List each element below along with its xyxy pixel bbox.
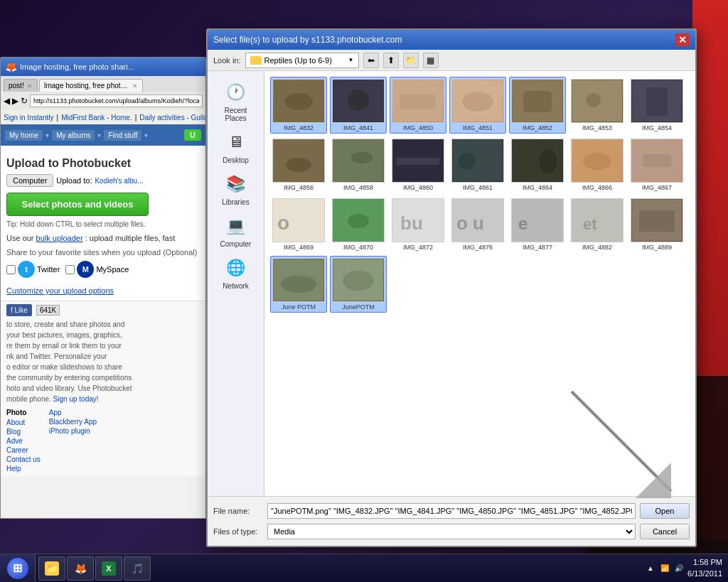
bookmark-guild[interactable]: Daily activities - Guild_ bbox=[139, 114, 205, 122]
dialog-titlebar: Select file(s) to upload by s1133.photob… bbox=[208, 30, 695, 50]
thumb-img_4870[interactable]: IMG_4870 bbox=[330, 196, 387, 253]
myspace-social: M MySpace bbox=[65, 261, 129, 278]
thumb-img_4889[interactable]: IMG_4889 bbox=[628, 196, 685, 253]
bookmark-midfirst[interactable]: MidFirst Bank - Home. bbox=[61, 114, 132, 122]
browser-window: 🦊 Image hosting, free photo shari... pos… bbox=[0, 57, 206, 519]
thumb-img_4869[interactable]: o IMG_4869 bbox=[270, 196, 327, 253]
nav-myalbums[interactable]: My albums bbox=[52, 130, 95, 141]
bookmark-signin[interactable]: Sign in Instantly bbox=[4, 114, 54, 122]
bulk-uploader-link[interactable]: bulk uploader bbox=[36, 234, 83, 242]
thumb-img_4851-preview bbox=[451, 79, 504, 123]
footer-adve[interactable]: Adve bbox=[6, 437, 41, 445]
toolbar-up-btn[interactable]: ⬆ bbox=[383, 53, 399, 68]
thumb-img_4854-label: IMG_4854 bbox=[642, 124, 672, 131]
footer-about[interactable]: About bbox=[6, 419, 41, 426]
current-folder: Reptiles (Up to 6-9) bbox=[264, 56, 332, 65]
misc-icon: 🎵 bbox=[130, 561, 144, 576]
thumb-img_4876[interactable]: o u IMG_4876 bbox=[449, 196, 506, 253]
thumb-img_4851-label: IMG_4851 bbox=[463, 124, 493, 131]
footer-contact[interactable]: Contact us bbox=[6, 456, 41, 463]
browser-tab-1[interactable]: post! ✕ bbox=[4, 79, 38, 92]
left-nav-computer[interactable]: 💻 Computer bbox=[210, 210, 262, 251]
svg-point-11 bbox=[587, 93, 601, 107]
thumb-img_4832[interactable]: IMG_4832 bbox=[270, 77, 327, 134]
dialog-toolbar: Look in: Reptiles (Up to 6-9) ▼ ⬅ ⬆ 📁 ▦ bbox=[208, 50, 695, 71]
thumb-img_4860[interactable]: IMG_4860 bbox=[390, 136, 446, 193]
toolbar-new-folder-btn[interactable]: 📁 bbox=[403, 53, 419, 68]
signup-link[interactable]: Sign up today! bbox=[53, 395, 99, 403]
forward-btn[interactable]: ▶ bbox=[12, 96, 18, 106]
customize-link[interactable]: Customize your upload options bbox=[6, 286, 200, 295]
nav-myhome[interactable]: My home bbox=[5, 130, 43, 141]
footer-career[interactable]: Career bbox=[6, 446, 41, 454]
dialog-content[interactable]: IMG_4832 IMG_4841 IMG_4850 bbox=[264, 71, 695, 496]
thumb-img_4882-preview: et bbox=[571, 198, 623, 242]
thumb-img_4841[interactable]: IMG_4841 bbox=[330, 77, 387, 134]
select-photos-btn[interactable]: Select photos and videos bbox=[6, 193, 149, 216]
thumb-row-1: IMG_4832 IMG_4841 IMG_4850 bbox=[270, 77, 690, 134]
thumb-img_4861-label: IMG_4861 bbox=[463, 184, 493, 191]
thumb-img_4872[interactable]: bu IMG_4872 bbox=[390, 196, 446, 253]
thumb-junepotm1[interactable]: June POTM bbox=[270, 256, 327, 313]
thumb-img_4877[interactable]: e IMG_4877 bbox=[509, 196, 566, 253]
taskbar-app-excel[interactable]: X bbox=[95, 556, 122, 581]
browser-tab-bar[interactable]: post! ✕ Image hosting, free photo shari.… bbox=[1, 76, 205, 92]
thumb-img_4850-label: IMG_4850 bbox=[403, 124, 433, 131]
thumb-img_4858[interactable]: IMG_4858 bbox=[330, 136, 387, 193]
refresh-btn[interactable]: ↻ bbox=[21, 96, 28, 106]
thumb-img_4864[interactable]: IMG_4864 bbox=[509, 136, 566, 193]
footer-blackberry[interactable]: Blackberry App bbox=[49, 418, 97, 426]
footer-help[interactable]: Help bbox=[6, 465, 41, 473]
filetype-select[interactable]: Media bbox=[267, 524, 636, 539]
footer-iphoto[interactable]: iPhoto plugin bbox=[49, 427, 97, 435]
dialog-close-btn[interactable]: ✕ bbox=[675, 33, 690, 46]
svg-rect-13 bbox=[646, 87, 668, 116]
thumb-img_4851[interactable]: IMG_4851 bbox=[449, 77, 506, 134]
svg-point-7 bbox=[462, 92, 493, 112]
browser-titlebar: 🦊 Image hosting, free photo shari... bbox=[1, 58, 205, 76]
nav-findstuff[interactable]: Find stuff bbox=[104, 130, 141, 141]
thumb-img_4856[interactable]: IMG_4856 bbox=[270, 136, 327, 193]
start-button[interactable]: ⊞ bbox=[0, 554, 36, 583]
open-button[interactable]: Open bbox=[640, 503, 690, 519]
left-nav-libraries[interactable]: 📚 Libraries bbox=[210, 168, 262, 209]
like-bar[interactable]: f Like bbox=[6, 304, 32, 316]
left-nav-network[interactable]: 🌐 Network bbox=[210, 252, 262, 293]
thumb-img_4867[interactable]: IMG_4867 bbox=[628, 136, 685, 193]
thumb-junepotm2[interactable]: JunePOTM bbox=[330, 256, 387, 313]
left-nav-recent[interactable]: 🕐 Recent Places bbox=[210, 77, 262, 125]
thumb-img_4866[interactable]: IMG_4866 bbox=[569, 136, 626, 193]
twitter-checkbox[interactable] bbox=[6, 265, 16, 274]
thumb-img_4853[interactable]: IMG_4853 bbox=[569, 77, 626, 134]
thumb-img_4854[interactable]: IMG_4854 bbox=[628, 77, 685, 134]
myspace-checkbox[interactable] bbox=[65, 265, 75, 274]
thumb-img_4882[interactable]: et IMG_4882 bbox=[569, 196, 626, 253]
look-in-dropdown[interactable]: Reptiles (Up to 6-9) ▼ bbox=[245, 53, 359, 68]
taskbar-app-firefox[interactable]: 🦊 bbox=[67, 556, 94, 581]
desktop-label: Desktop bbox=[223, 156, 249, 164]
thumb-row-3: o IMG_4869 IMG_4870 bu IMG bbox=[270, 196, 690, 253]
left-nav-desktop[interactable]: 🖥 Desktop bbox=[210, 126, 262, 167]
thumb-img_4850[interactable]: IMG_4850 bbox=[390, 77, 446, 134]
back-btn[interactable]: ◀ bbox=[4, 96, 10, 106]
tray-network-icon[interactable]: 📶 bbox=[659, 563, 670, 574]
taskbar-clock: 1:58 PM 6/13/2011 bbox=[687, 557, 722, 579]
filename-input[interactable] bbox=[267, 503, 636, 519]
toolbar-back-btn[interactable]: ⬅ bbox=[363, 53, 379, 68]
taskbar-app-misc[interactable]: 🎵 bbox=[124, 556, 151, 581]
upload-btn-nav[interactable]: U bbox=[184, 129, 201, 141]
tray-volume-icon[interactable]: 🔊 bbox=[673, 563, 685, 574]
browser-tab-2[interactable]: Image hosting, free photo shari... ✕ bbox=[39, 79, 143, 92]
footer-blog[interactable]: Blog bbox=[6, 428, 41, 436]
cancel-button[interactable]: Cancel bbox=[640, 524, 690, 539]
thumb-img_4858-preview bbox=[332, 139, 385, 183]
thumb-img_4852[interactable]: IMG_4852 bbox=[509, 77, 566, 134]
footer-app[interactable]: App bbox=[49, 409, 97, 416]
thumb-img_4861[interactable]: IMG_4861 bbox=[449, 136, 506, 193]
toolbar-view-btn[interactable]: ▦ bbox=[423, 53, 439, 68]
tray-arrow-icon[interactable]: ▲ bbox=[645, 563, 656, 574]
address-input[interactable] bbox=[30, 95, 203, 107]
taskbar-app-explorer[interactable]: 📁 bbox=[38, 556, 65, 581]
thumb-img_4877-label: IMG_4877 bbox=[523, 244, 552, 251]
computer-dropdown[interactable]: Computer bbox=[6, 174, 53, 187]
